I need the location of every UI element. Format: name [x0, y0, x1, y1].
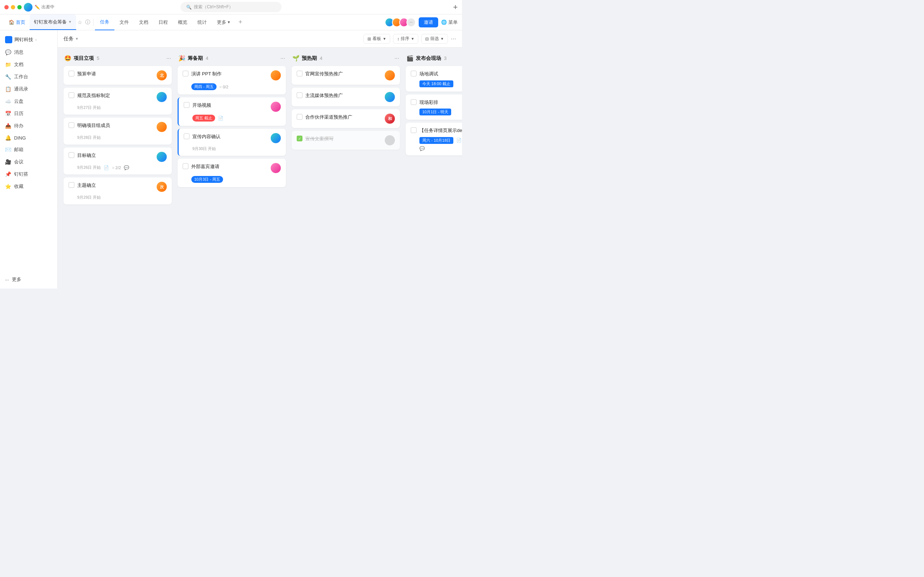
subtask-icon: ≡ [220, 85, 221, 89]
sidebar-item-cloud[interactable]: ☁️ 云盘 [0, 95, 57, 108]
task-card-theme[interactable]: 主题确立 次 9月29日 开始 [63, 177, 172, 205]
tab-overview[interactable]: 概览 [173, 15, 192, 30]
task-card-ppt[interactable]: 演讲 PPT 制作 周四 - 周五 ≡ 0/2 [178, 66, 286, 95]
sidebar-item-mail[interactable]: ✉️ 邮箱 [0, 143, 57, 156]
task-card-members[interactable]: 明确项目组成员 9月28日 开始 [63, 118, 172, 145]
column-project-init: 🤩 项目立项 5 ··· 预算申请 北 [63, 53, 172, 283]
menu-button[interactable]: 🌐 菜单 [441, 19, 458, 26]
task-checkbox-rehearsal[interactable] [411, 99, 417, 105]
tasks-title[interactable]: 任务 ▼ [63, 36, 79, 42]
main-layout: 网钉科技 › 💬 消息 📁 文档 🔧 工作台 📋 通讯录 ☁️ 云盘 📅 日历 … [0, 30, 462, 288]
task-checkbox-website-promo[interactable] [297, 71, 302, 76]
minimize-dot[interactable] [11, 5, 15, 10]
note-icon-video: 📄 [218, 116, 223, 121]
maximize-dot[interactable] [17, 5, 22, 10]
col-header-3: 🌱 预热期 4 ··· [292, 53, 400, 63]
task-checkbox-copywriting[interactable]: ✓ [297, 135, 302, 141]
org-logo [5, 36, 12, 43]
org-selector[interactable]: 网钉科技 › [0, 33, 57, 46]
project-selector[interactable]: 钉钉发布会筹备 ▼ [30, 15, 76, 30]
task-card-video[interactable]: 开场视频 周五 截止 📄 [178, 97, 286, 126]
mail-icon: ✉️ [5, 147, 11, 153]
filter-icon: ⊟ [425, 36, 429, 42]
task-checkbox-goals[interactable] [69, 152, 74, 158]
add-tab-button[interactable]: + [236, 18, 246, 26]
info-icon[interactable]: ⓘ [84, 19, 92, 26]
sidebar-more-button[interactable]: ··· 更多 [0, 273, 57, 285]
task-card-venue-test[interactable]: 场地调试 今天 18:00 截止 [406, 66, 462, 92]
view-toggle-button[interactable]: ⊞ 看板 ▼ [363, 34, 390, 44]
member-avatars: ··· [385, 18, 416, 27]
task-avatar-theme: 次 [157, 182, 167, 192]
col-more-2[interactable]: ··· [281, 55, 285, 62]
content-area: 任务 ▼ ⊞ 看板 ▼ ↕ 排序 ▼ ⊟ 筛选 ▼ [58, 30, 462, 288]
sidebar-item-messages[interactable]: 💬 消息 [0, 46, 57, 58]
invite-button[interactable]: 邀请 [419, 17, 438, 27]
close-dot[interactable] [4, 5, 9, 10]
task-card-media-promo[interactable]: 主流媒体预热推广 [292, 88, 400, 106]
chevron-down-icon: › [36, 38, 36, 42]
chevron-down-icon: ▼ [411, 37, 414, 41]
comment-icon-demo: 💬 [419, 146, 425, 151]
sidebar-item-ding[interactable]: 🔔 DING [0, 132, 57, 143]
task-avatar-website-promo [385, 70, 395, 81]
task-avatar-media-promo [385, 92, 395, 102]
sort-button[interactable]: ↕ 排序 ▼ [393, 34, 418, 44]
task-card-rehearsal[interactable]: 现场彩排 10月1日 - 明天 [406, 95, 462, 120]
task-checkbox-theme[interactable] [69, 182, 74, 188]
task-checkbox-budget[interactable] [69, 71, 74, 76]
task-card-standards[interactable]: 规范及指标制定 9月27日 开始 [63, 88, 172, 115]
task-card-promo[interactable]: 宣传内容确认 9月30日 开始 [178, 129, 286, 156]
sidebar-item-todo[interactable]: 📥 待办 [0, 120, 57, 132]
tab-docs[interactable]: 文档 [134, 15, 153, 30]
task-card-partner-promo[interactable]: 合作伙伴渠道预热推广 和 [292, 109, 400, 128]
cloud-icon: ☁️ [5, 98, 11, 104]
task-checkbox-venue-test[interactable] [411, 71, 417, 76]
task-checkbox-video[interactable] [184, 102, 189, 108]
sidebar-item-contacts[interactable]: 📋 通讯录 [0, 83, 57, 95]
task-card-copywriting[interactable]: ✓ 宣传文案撰写 [292, 131, 400, 150]
task-checkbox-standards[interactable] [69, 92, 74, 98]
star-icon[interactable]: ☆ [76, 19, 84, 25]
toolbar-more-button[interactable]: ··· [451, 35, 456, 43]
tab-more[interactable]: 更多 ▼ [212, 19, 236, 26]
sidebar-item-dingda[interactable]: 📌 钉钉搭 [0, 168, 57, 180]
task-checkbox-media-promo[interactable] [297, 92, 302, 98]
task-checkbox-members[interactable] [69, 122, 74, 128]
task-card-budget[interactable]: 预算申请 北 [63, 66, 172, 85]
chevron-down-icon: ▼ [68, 20, 72, 24]
task-card-guests[interactable]: 外部嘉宾邀请 10月3日 - 周五 [178, 159, 286, 187]
col-more-3[interactable]: ··· [394, 55, 399, 62]
sidebar-item-calendar[interactable]: 📅 日历 [0, 108, 57, 120]
sidebar-item-docs[interactable]: 📁 文档 [0, 58, 57, 71]
home-icon: 🏠 [9, 19, 15, 25]
content-toolbar: 任务 ▼ ⊞ 看板 ▼ ↕ 排序 ▼ ⊟ 筛选 ▼ [58, 30, 462, 48]
meeting-icon: 🎥 [5, 159, 11, 165]
task-checkbox-guests[interactable] [183, 163, 188, 169]
sidebar-item-meeting[interactable]: 🎥 会议 [0, 156, 57, 168]
task-checkbox-demo[interactable] [411, 127, 417, 133]
tab-tasks[interactable]: 任务 [95, 15, 115, 30]
task-checkbox-promo[interactable] [184, 134, 189, 139]
task-card-website-promo[interactable]: 官网宣传预热推广 [292, 66, 400, 85]
filter-button[interactable]: ⊟ 筛选 ▼ [421, 34, 448, 44]
col-more-1[interactable]: ··· [166, 55, 171, 62]
search-icon: 🔍 [186, 5, 192, 10]
tab-stats[interactable]: 统计 [192, 15, 212, 30]
col-header-4: 🎬 发布会现场 3 ··· [406, 53, 462, 63]
col-emoji-3: 🌱 [292, 55, 300, 62]
home-tab[interactable]: 🏠 首页 [4, 15, 30, 30]
sidebar-item-workbench[interactable]: 🔧 工作台 [0, 71, 57, 83]
tab-files[interactable]: 文件 [115, 15, 134, 30]
sidebar-item-favorites[interactable]: ⭐ 收藏 [0, 180, 57, 193]
task-card-demo[interactable]: 【任务详情页展示demo】邀请嘉宾接待 周六 - 10月18日 📄 ≡ 0/6 … [406, 122, 462, 155]
toolbar-controls: ⊞ 看板 ▼ ↕ 排序 ▼ ⊟ 筛选 ▼ ··· [363, 34, 456, 44]
tab-schedule[interactable]: 日程 [153, 15, 173, 30]
search-bar[interactable]: 🔍 搜索（Ctrl+Shft+F） [181, 2, 281, 12]
task-avatar-video [271, 102, 281, 112]
chevron-down-icon: ▼ [75, 37, 79, 41]
task-checkbox-partner-promo[interactable] [297, 114, 302, 120]
new-button[interactable]: + [453, 3, 458, 12]
task-card-goals[interactable]: 目标确立 9月26日 开始 📄 ≡ 2/2 💬 [63, 148, 172, 174]
task-checkbox-ppt[interactable] [183, 71, 188, 76]
